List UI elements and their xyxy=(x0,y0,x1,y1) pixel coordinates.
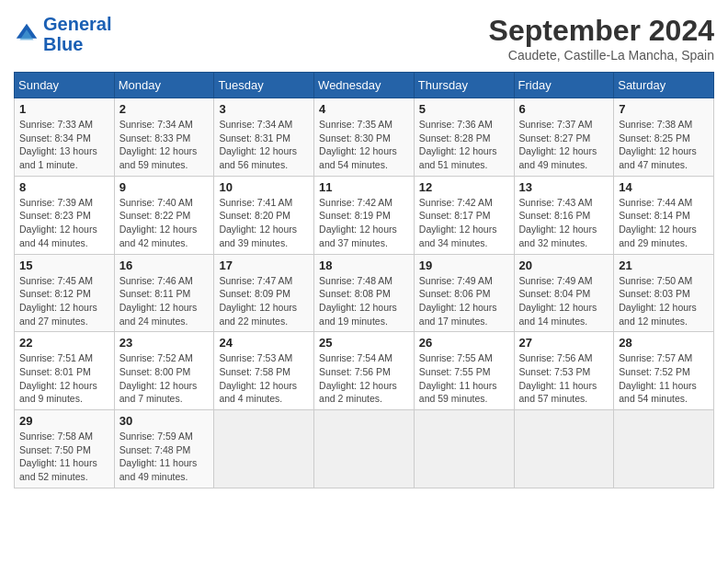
day-number: 25 xyxy=(319,336,409,350)
calendar-cell: 6 Sunrise: 7:37 AM Sunset: 8:27 PM Dayli… xyxy=(514,98,614,177)
day-number: 7 xyxy=(619,102,709,116)
day-info: Sunrise: 7:38 AM Sunset: 8:25 PM Dayligh… xyxy=(619,118,709,172)
day-info: Sunrise: 7:56 AM Sunset: 7:53 PM Dayligh… xyxy=(519,351,609,406)
calendar-cell: 22 Sunrise: 7:51 AM Sunset: 8:01 PM Dayl… xyxy=(15,332,115,410)
day-number: 9 xyxy=(119,180,210,194)
calendar-cell: 14 Sunrise: 7:44 AM Sunset: 8:14 PM Dayl… xyxy=(614,176,714,254)
day-number: 19 xyxy=(419,259,509,272)
day-number: 29 xyxy=(19,414,109,428)
calendar-cell: 18 Sunrise: 7:48 AM Sunset: 8:08 PM Dayl… xyxy=(314,254,415,332)
calendar-cell: 24 Sunrise: 7:53 AM Sunset: 7:58 PM Dayl… xyxy=(214,332,314,410)
calendar-cell: 28 Sunrise: 7:57 AM Sunset: 7:52 PM Dayl… xyxy=(614,332,714,410)
day-number: 10 xyxy=(219,180,309,194)
day-number: 6 xyxy=(519,102,609,116)
day-info: Sunrise: 7:48 AM Sunset: 8:08 PM Dayligh… xyxy=(319,274,409,328)
calendar-cell: 30 Sunrise: 7:59 AM Sunset: 7:48 PM Dayl… xyxy=(114,410,214,488)
weekday-saturday: Saturday xyxy=(614,73,714,98)
day-number: 26 xyxy=(419,336,509,350)
day-info: Sunrise: 7:57 AM Sunset: 7:52 PM Dayligh… xyxy=(619,351,709,406)
day-number: 12 xyxy=(419,180,509,194)
day-number: 8 xyxy=(19,180,109,194)
weekday-thursday: Thursday xyxy=(414,73,514,98)
calendar-cell xyxy=(214,410,314,488)
page-header: General Blue September 2024 Caudete, Cas… xyxy=(14,14,714,63)
day-info: Sunrise: 7:59 AM Sunset: 7:48 PM Dayligh… xyxy=(119,430,210,484)
day-number: 15 xyxy=(19,259,109,272)
day-number: 28 xyxy=(619,336,709,350)
calendar-cell: 2 Sunrise: 7:34 AM Sunset: 8:33 PM Dayli… xyxy=(114,98,214,177)
day-info: Sunrise: 7:49 AM Sunset: 8:06 PM Dayligh… xyxy=(419,274,509,328)
calendar-cell xyxy=(514,410,614,488)
month-title: September 2024 xyxy=(489,14,714,48)
day-number: 22 xyxy=(19,336,109,350)
calendar-cell: 21 Sunrise: 7:50 AM Sunset: 8:03 PM Dayl… xyxy=(614,254,714,332)
day-number: 17 xyxy=(219,259,309,272)
calendar-cell: 3 Sunrise: 7:34 AM Sunset: 8:31 PM Dayli… xyxy=(214,98,314,177)
day-info: Sunrise: 7:40 AM Sunset: 8:22 PM Dayligh… xyxy=(119,196,210,250)
calendar-cell: 1 Sunrise: 7:33 AM Sunset: 8:34 PM Dayli… xyxy=(15,98,115,177)
calendar-cell xyxy=(614,410,714,488)
logo-icon xyxy=(14,21,40,47)
day-info: Sunrise: 7:42 AM Sunset: 8:17 PM Dayligh… xyxy=(419,196,509,250)
day-number: 20 xyxy=(519,259,609,272)
day-number: 3 xyxy=(219,102,309,116)
weekday-wednesday: Wednesday xyxy=(314,73,415,98)
day-info: Sunrise: 7:45 AM Sunset: 8:12 PM Dayligh… xyxy=(19,274,109,328)
calendar-cell: 10 Sunrise: 7:41 AM Sunset: 8:20 PM Dayl… xyxy=(214,176,314,254)
calendar-cell: 23 Sunrise: 7:52 AM Sunset: 8:00 PM Dayl… xyxy=(114,332,214,410)
calendar-cell: 9 Sunrise: 7:40 AM Sunset: 8:22 PM Dayli… xyxy=(114,176,214,254)
day-info: Sunrise: 7:53 AM Sunset: 7:58 PM Dayligh… xyxy=(219,351,309,406)
day-number: 21 xyxy=(619,259,709,272)
title-block: September 2024 Caudete, Castille-La Manc… xyxy=(489,14,714,63)
calendar-cell: 20 Sunrise: 7:49 AM Sunset: 8:04 PM Dayl… xyxy=(514,254,614,332)
day-info: Sunrise: 7:55 AM Sunset: 7:55 PM Dayligh… xyxy=(419,351,509,406)
day-info: Sunrise: 7:43 AM Sunset: 8:16 PM Dayligh… xyxy=(519,196,609,250)
calendar-cell: 26 Sunrise: 7:55 AM Sunset: 7:55 PM Dayl… xyxy=(414,332,514,410)
calendar-cell xyxy=(314,410,415,488)
calendar-cell: 25 Sunrise: 7:54 AM Sunset: 7:56 PM Dayl… xyxy=(314,332,415,410)
day-number: 23 xyxy=(119,336,210,350)
weekday-monday: Monday xyxy=(114,73,214,98)
day-number: 18 xyxy=(319,259,409,272)
calendar-cell: 13 Sunrise: 7:43 AM Sunset: 8:16 PM Dayl… xyxy=(514,176,614,254)
calendar-cell: 5 Sunrise: 7:36 AM Sunset: 8:28 PM Dayli… xyxy=(414,98,514,177)
day-number: 1 xyxy=(19,102,109,116)
calendar-cell: 19 Sunrise: 7:49 AM Sunset: 8:06 PM Dayl… xyxy=(414,254,514,332)
day-info: Sunrise: 7:42 AM Sunset: 8:19 PM Dayligh… xyxy=(319,196,409,250)
calendar-cell: 17 Sunrise: 7:47 AM Sunset: 8:09 PM Dayl… xyxy=(214,254,314,332)
weekday-friday: Friday xyxy=(514,73,614,98)
day-info: Sunrise: 7:58 AM Sunset: 7:50 PM Dayligh… xyxy=(19,430,109,484)
day-info: Sunrise: 7:54 AM Sunset: 7:56 PM Dayligh… xyxy=(319,351,409,406)
day-number: 5 xyxy=(419,102,509,116)
calendar-cell: 27 Sunrise: 7:56 AM Sunset: 7:53 PM Dayl… xyxy=(514,332,614,410)
calendar-header: Sunday Monday Tuesday Wednesday Thursday… xyxy=(15,73,714,98)
day-info: Sunrise: 7:33 AM Sunset: 8:34 PM Dayligh… xyxy=(19,118,109,172)
location: Caudete, Castille-La Mancha, Spain xyxy=(489,48,714,63)
day-info: Sunrise: 7:34 AM Sunset: 8:31 PM Dayligh… xyxy=(219,118,309,172)
weekday-sunday: Sunday xyxy=(15,73,115,98)
day-info: Sunrise: 7:51 AM Sunset: 8:01 PM Dayligh… xyxy=(19,351,109,406)
calendar-cell: 8 Sunrise: 7:39 AM Sunset: 8:23 PM Dayli… xyxy=(15,176,115,254)
day-number: 4 xyxy=(319,102,409,116)
logo: General Blue xyxy=(14,14,111,54)
calendar-body: 1 Sunrise: 7:33 AM Sunset: 8:34 PM Dayli… xyxy=(15,98,714,488)
day-info: Sunrise: 7:35 AM Sunset: 8:30 PM Dayligh… xyxy=(319,118,409,172)
day-number: 14 xyxy=(619,180,709,194)
calendar-cell xyxy=(414,410,514,488)
calendar-cell: 15 Sunrise: 7:45 AM Sunset: 8:12 PM Dayl… xyxy=(15,254,115,332)
day-number: 27 xyxy=(519,336,609,350)
day-info: Sunrise: 7:34 AM Sunset: 8:33 PM Dayligh… xyxy=(119,118,210,172)
day-info: Sunrise: 7:52 AM Sunset: 8:00 PM Dayligh… xyxy=(119,351,210,406)
calendar-table: Sunday Monday Tuesday Wednesday Thursday… xyxy=(14,72,714,488)
logo-text: General Blue xyxy=(43,14,111,54)
day-info: Sunrise: 7:44 AM Sunset: 8:14 PM Dayligh… xyxy=(619,196,709,250)
calendar-cell: 4 Sunrise: 7:35 AM Sunset: 8:30 PM Dayli… xyxy=(314,98,415,177)
day-info: Sunrise: 7:37 AM Sunset: 8:27 PM Dayligh… xyxy=(519,118,609,172)
calendar-cell: 11 Sunrise: 7:42 AM Sunset: 8:19 PM Dayl… xyxy=(314,176,415,254)
calendar-cell: 7 Sunrise: 7:38 AM Sunset: 8:25 PM Dayli… xyxy=(614,98,714,177)
day-number: 16 xyxy=(119,259,210,272)
day-number: 24 xyxy=(219,336,309,350)
calendar-cell: 12 Sunrise: 7:42 AM Sunset: 8:17 PM Dayl… xyxy=(414,176,514,254)
calendar-cell: 16 Sunrise: 7:46 AM Sunset: 8:11 PM Dayl… xyxy=(114,254,214,332)
day-number: 11 xyxy=(319,180,409,194)
